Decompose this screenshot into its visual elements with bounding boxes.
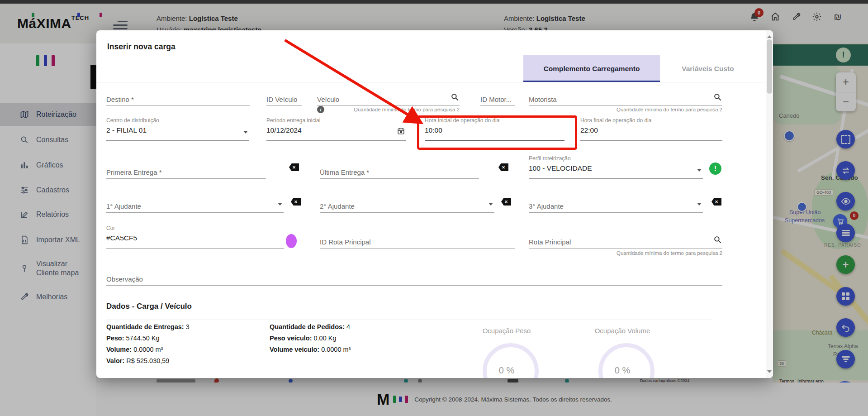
modal-scrollbar[interactable] xyxy=(766,30,773,378)
chevron-down-icon[interactable] xyxy=(278,203,282,208)
id-veiculo-field[interactable]: ID Veículo xyxy=(266,92,302,106)
hora-final-label: Hora final de operação do dia xyxy=(580,117,722,124)
stat-pedidos: Quantidade de Pedidos:4 xyxy=(270,323,350,330)
centro-distribuicao-select[interactable]: Centro de distribuição 2 - FILIAL 01 xyxy=(106,117,249,141)
color-swatch[interactable] xyxy=(286,234,297,248)
motorista-field[interactable]: Motorista xyxy=(529,92,722,106)
scrollbar-thumb[interactable] xyxy=(767,39,772,94)
tab-complemento-carregamento[interactable]: Complemento Carregamento xyxy=(523,55,660,82)
ultima-entrega-label: Última Entrega * xyxy=(320,168,369,176)
centro-value: 2 - FILIAL 01 xyxy=(106,126,249,134)
id-veiculo-label: ID Veículo xyxy=(266,96,297,103)
insert-load-modal: Inserir nova carga Complemento Carregame… xyxy=(96,30,773,378)
primeira-entrega-clear-icon[interactable]: ✕ xyxy=(289,163,299,171)
perfil-roteirizacao-select[interactable]: Perfil roteirização 100 - VELOCIDADE xyxy=(529,155,703,179)
gauge-peso-label: Ocupação Peso xyxy=(479,327,535,335)
scroll-down-icon[interactable] xyxy=(767,370,772,375)
id-motorista-field[interactable]: ID Motor... xyxy=(480,92,515,106)
rota-helper-text: Quantidade mínima do termo para pesquisa… xyxy=(576,250,722,256)
ajudante2-clear-icon[interactable]: ✕ xyxy=(501,198,511,206)
ajudante2-label: 2° Ajudante xyxy=(320,202,355,210)
app-root: MáXIMATECH Ambiente: Logística Teste Usu… xyxy=(0,0,868,416)
observacao-label: Observação xyxy=(106,275,143,283)
chevron-down-icon[interactable] xyxy=(697,203,702,208)
primeira-entrega-label: Primeira Entrega * xyxy=(106,168,162,176)
stat-volume-veiculo: Volume veículo:0.0000 m³ xyxy=(270,346,351,353)
hora-final-value: 22:00 xyxy=(580,126,722,134)
cor-value: #CA5CF5 xyxy=(106,234,284,242)
observacao-field[interactable]: Observação xyxy=(106,272,722,286)
ajudante1-select[interactable]: 1° Ajudante xyxy=(106,199,284,213)
tab-variaveis-custo[interactable]: Variáveis Custo xyxy=(660,55,756,82)
id-rota-principal-field[interactable]: ID Rota Principal xyxy=(320,234,515,249)
gauge-volume-label: Ocupação Volume xyxy=(594,327,650,335)
ajudante1-clear-icon[interactable]: ✕ xyxy=(291,198,301,206)
destino-label: Destino * xyxy=(106,96,134,103)
ajudante3-clear-icon[interactable]: ✕ xyxy=(711,198,721,206)
hora-inicial-field[interactable]: Hora inicial de operação do dia 10:00 xyxy=(425,117,564,141)
motorista-search-icon[interactable] xyxy=(713,93,722,103)
perfil-value: 100 - VELOCIDADE xyxy=(529,164,703,172)
periodo-entrega-field[interactable]: Período entrega inicial 10/12/2024 xyxy=(266,117,406,141)
hora-inicial-value: 10:00 xyxy=(425,126,564,134)
stat-peso-veiculo: Peso veículo:0.00 Kg xyxy=(270,335,336,342)
chevron-down-icon[interactable] xyxy=(697,169,702,174)
stat-peso: Peso:5744.50 Kg xyxy=(106,335,160,342)
periodo-label: Período entrega inicial xyxy=(266,117,406,124)
ajudante3-label: 3° Ajudante xyxy=(529,202,564,210)
ajudante2-select[interactable]: 2° Ajudante xyxy=(320,199,494,213)
ultima-entrega-field[interactable]: Última Entrega * xyxy=(320,165,479,179)
stat-valor: Valor:R$ 525.030,59 xyxy=(106,357,169,364)
stat-volume: Volume:0.0000 m³ xyxy=(106,346,163,353)
veiculo-helper-text: Quantidade mínima do termo para pesquisa… xyxy=(329,107,460,112)
tabs-divider xyxy=(96,82,766,82)
ajudante3-select[interactable]: 3° Ajudante xyxy=(529,199,703,213)
motorista-label: Motorista xyxy=(529,96,557,103)
veiculo-label: Veículo xyxy=(317,96,339,103)
hora-inicial-label: Hora inicial de operação do dia xyxy=(425,117,564,124)
destino-field[interactable]: Destino * xyxy=(106,92,250,106)
section-title: Dados - Carga / Veículo xyxy=(106,302,192,311)
veiculo-field[interactable]: Veículo xyxy=(317,92,460,106)
perfil-alert-icon: ! xyxy=(709,163,721,175)
hora-final-field[interactable]: Hora final de operação do dia 22:00 xyxy=(580,117,722,141)
rota-search-icon[interactable] xyxy=(713,235,722,246)
gauge-peso-value: 0 % xyxy=(479,365,535,376)
centro-label: Centro de distribuição xyxy=(106,117,249,124)
ultima-entrega-clear-icon[interactable]: ✕ xyxy=(498,163,508,171)
cor-label: Cor xyxy=(106,225,284,231)
modal-title: Inserir nova carga xyxy=(107,42,175,52)
motorista-helper-text: Quantidade mínima do termo para pesquisa… xyxy=(576,107,722,112)
section-divider xyxy=(106,320,712,320)
rota-label: Rota Principal xyxy=(529,238,571,246)
periodo-value: 10/12/2024 xyxy=(266,126,406,134)
cor-field[interactable]: Cor #CA5CF5 xyxy=(106,225,284,249)
rota-principal-field[interactable]: Rota Principal xyxy=(529,234,722,249)
scroll-up-icon[interactable] xyxy=(767,33,772,38)
veiculo-search-icon[interactable] xyxy=(451,93,459,103)
info-icon[interactable]: i xyxy=(317,106,324,113)
ajudante1-label: 1° Ajudante xyxy=(106,202,141,210)
chevron-down-icon[interactable] xyxy=(489,203,493,208)
gauge-volume-value: 0 % xyxy=(594,365,650,376)
stat-entregas: Quantidade de Entregas:3 xyxy=(106,323,190,330)
primeira-entrega-field[interactable]: Primeira Entrega * xyxy=(106,165,266,179)
calendar-icon[interactable] xyxy=(397,127,405,137)
id-motorista-label: ID Motor... xyxy=(480,96,512,103)
id-rota-label: ID Rota Principal xyxy=(320,238,371,246)
perfil-label: Perfil roteirização xyxy=(529,155,703,162)
chevron-down-icon[interactable] xyxy=(243,131,248,136)
